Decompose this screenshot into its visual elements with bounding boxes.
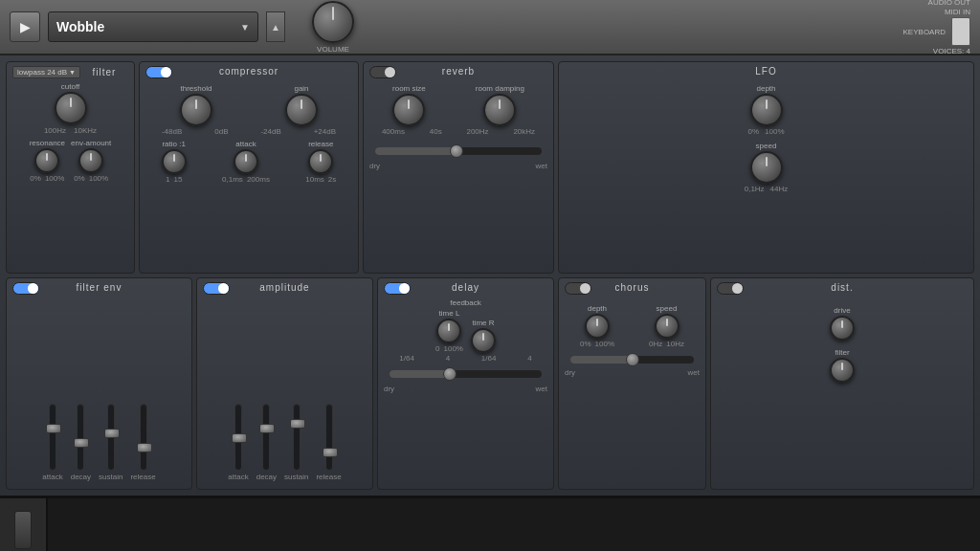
filter-type-button[interactable]: lowpass 24 dB ▼ [12,66,80,78]
top-bar: ▶ Wobble ▼ ▲ VOLUME AUDIO OUT MIDI IN KE… [0,0,980,55]
reverb-dry-label: dry [369,162,380,170]
env-amount-knob[interactable] [78,148,103,173]
pitch-wheel[interactable] [14,511,32,549]
amp-attack-thumb[interactable] [232,433,247,443]
amp-sustain-col: sustain [284,404,308,481]
amp-decay-label: decay [256,473,277,481]
lfo-speed-label: speed [756,142,777,150]
amp-decay-track[interactable] [262,404,270,471]
delay-drywet-thumb[interactable] [443,367,457,381]
cutoff-label: cutoff [61,82,79,91]
room-size-knob[interactable] [392,94,425,126]
preset-nav-button[interactable]: ▲ [266,11,285,42]
cutoff-knob[interactable] [55,92,87,124]
filter-env-attack-track[interactable] [49,404,56,471]
lfo-title: LFO [565,66,968,77]
cutoff-max: 10KHz [74,126,97,135]
resonance-knob[interactable] [34,148,59,173]
lfo-depth-knob[interactable] [750,94,783,126]
ratio-knob[interactable] [162,149,187,174]
top-right-info: AUDIO OUT MIDI IN KEYBOARD VOICES: 4 [903,0,970,55]
filter-env-attack-col: attack [42,404,62,481]
voices-info: VOICES: 4 [933,47,970,55]
filter-env-sliders: attack decay sustain [12,297,186,485]
attack-knob[interactable] [234,149,258,174]
amp-decay-col: decay [256,404,277,481]
main-panel: lowpass 24 dB ▼ filter cutoff 100Hz 10KH… [0,55,980,496]
lfo-depth-label: depth [756,84,775,93]
filter-env-decay-track[interactable] [77,404,84,471]
preset-dropdown[interactable]: Wobble ▼ [48,11,258,42]
chorus-depth-knob[interactable] [585,314,610,339]
top-module-row: lowpass 24 dB ▼ filter cutoff 100Hz 10KH… [6,61,974,274]
reverb-drywet-thumb[interactable] [450,144,463,158]
amp-release-thumb[interactable] [323,448,338,457]
filter-env-sustain-track[interactable] [107,404,115,471]
chorus-toggle[interactable] [565,282,591,295]
chorus-dry-label: dry [565,368,575,377]
amp-release-track[interactable] [325,404,333,471]
preset-name: Wobble [56,19,104,34]
amplitude-module: amplitude attack decay [196,277,373,490]
compressor-toggle[interactable] [145,66,172,78]
filter-title: filter [80,67,128,77]
reverb-toggle[interactable] [369,66,396,78]
delay-time-l-knob[interactable] [436,319,461,343]
chorus-speed-label: speed [657,304,678,313]
volume-label: VOLUME [317,45,349,54]
reverb-module: reverb room size room damping 400ms 40s … [363,61,554,274]
dist-filter-knob[interactable] [830,358,855,383]
amp-attack-col: attack [228,404,248,481]
filter-module: lowpass 24 dB ▼ filter cutoff 100Hz 10KH… [6,61,135,274]
amp-sustain-thumb[interactable] [290,419,305,429]
release-knob[interactable] [308,149,333,174]
comp-gain-knob[interactable] [285,94,318,126]
resonance-label: resonance [30,139,65,147]
delay-time-r-knob[interactable] [471,328,496,353]
amp-attack-track[interactable] [234,404,242,471]
chorus-drywet-thumb[interactable] [626,353,639,366]
filter-env-release-thumb[interactable] [137,443,152,452]
amp-sustain-track[interactable] [293,404,301,471]
threshold-knob[interactable] [180,94,212,126]
filter-env-sustain-col: sustain [99,404,122,481]
piano-left-panel [0,498,48,551]
filter-env-attack-thumb[interactable] [46,424,61,433]
amp-release-col: release [316,404,341,481]
dropdown-arrow-icon: ▼ [240,22,250,33]
keyboard-toggle[interactable] [951,17,970,46]
amp-release-label: release [316,473,341,481]
room-size-label: room size [392,84,426,93]
keyboard-section [0,496,980,551]
room-damping-knob[interactable] [483,94,516,126]
dist-toggle[interactable] [717,282,744,295]
cutoff-min: 100Hz [44,126,66,135]
lfo-speed-knob[interactable] [750,151,783,184]
filter-env-release-track[interactable] [140,404,147,471]
filter-env-sustain-thumb[interactable] [104,429,120,438]
amp-decay-thumb[interactable] [259,424,275,433]
filter-env-module: filter env attack decay [6,277,192,490]
filter-env-toggle[interactable] [12,282,39,295]
reverb-drywet-track[interactable] [375,147,542,155]
compressor-module: compressor threshold gain -48dB 0dB -24d… [139,61,359,274]
filter-env-decay-col: decay [71,404,91,481]
chorus-drywet-track[interactable] [570,356,694,364]
bottom-module-row: filter env attack decay [6,277,974,490]
dist-drive-knob[interactable] [830,316,855,341]
piano-keys-area[interactable] [48,498,980,551]
piano-svg [48,498,980,551]
delay-drywet-track[interactable] [390,370,542,378]
audio-out-label: AUDIO OUT [928,0,970,7]
delay-toggle[interactable] [384,282,411,295]
amplitude-toggle[interactable] [203,282,230,295]
filter-env-release-label: release [130,473,155,481]
chorus-speed-knob[interactable] [655,314,679,339]
dist-filter-label: filter [835,348,849,357]
release-label: release [308,140,333,148]
volume-knob[interactable] [312,1,354,43]
play-button[interactable]: ▶ [10,11,40,42]
filter-env-attack-label: attack [42,473,62,481]
distortion-module: dist. drive filter [710,277,974,490]
filter-env-decay-thumb[interactable] [74,438,89,448]
